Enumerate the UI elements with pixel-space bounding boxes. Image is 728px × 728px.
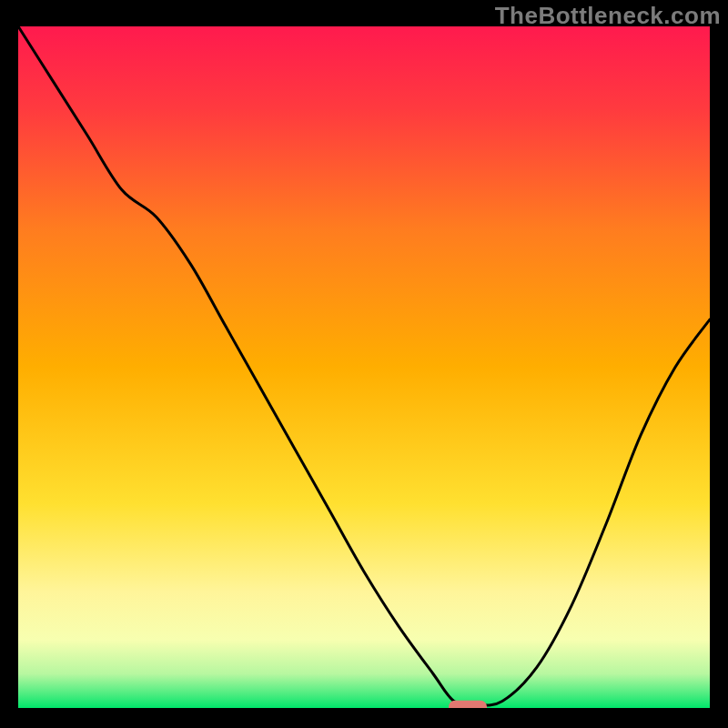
bottleneck-plot <box>18 26 710 708</box>
chart-frame: TheBottleneck.com <box>0 0 728 728</box>
watermark-label: TheBottleneck.com <box>495 2 721 30</box>
gradient-background <box>18 26 710 708</box>
optimal-marker <box>449 701 487 708</box>
